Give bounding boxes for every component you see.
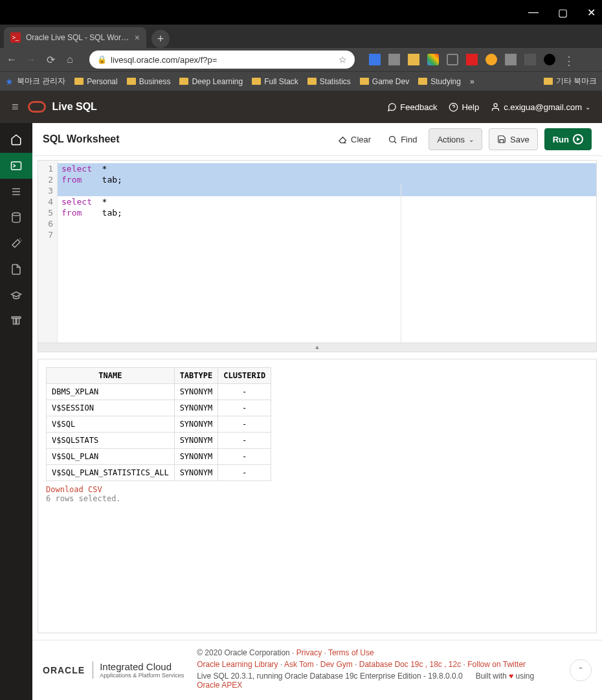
- user-menu[interactable]: c.exigua@gmail.com ⌄: [491, 102, 590, 112]
- column-header: CLUSTERID: [218, 367, 271, 383]
- clear-button[interactable]: Clear: [333, 131, 376, 148]
- sidebar-sessions[interactable]: [0, 179, 32, 205]
- sidebar-tutorials[interactable]: [0, 282, 32, 308]
- footer-link[interactable]: Ask Tom: [284, 660, 314, 669]
- footer-link[interactable]: Oracle Learning Library: [197, 660, 278, 669]
- ext-icon[interactable]: [408, 54, 419, 65]
- window-titlebar: — ▢ ✕: [0, 0, 602, 25]
- ext-icon[interactable]: [466, 54, 478, 65]
- code-line: [58, 229, 596, 240]
- tab-title: Oracle Live SQL - SQL Workshe: [26, 33, 129, 42]
- home-button[interactable]: ⌂: [63, 54, 76, 65]
- sidebar-design[interactable]: [0, 231, 32, 256]
- table-row: V$SQL_PLAN_STATISTICS_ALLSYNONYM-: [47, 464, 271, 480]
- find-button[interactable]: Find: [383, 131, 422, 148]
- footer-link[interactable]: Dev Gym: [320, 660, 353, 669]
- extensions-puzzle-icon[interactable]: [524, 54, 536, 65]
- svg-rect-8: [14, 319, 16, 324]
- code-line: select *: [58, 163, 596, 174]
- code-line: [58, 218, 596, 229]
- feedback-link[interactable]: Feedback: [387, 102, 437, 112]
- bookmark-folder[interactable]: Business: [127, 77, 171, 86]
- bookmark-folder[interactable]: Personal: [74, 77, 117, 86]
- ext-icon[interactable]: [427, 54, 439, 65]
- sql-editor[interactable]: 1234567 select *from tab; select *from t…: [38, 160, 597, 343]
- ext-icon[interactable]: [505, 54, 517, 65]
- apex-link[interactable]: Oracle APEX: [197, 681, 242, 690]
- address-bar[interactable]: 🔒 livesql.oracle.com/apex/f?p= ☆: [89, 51, 355, 69]
- new-tab-button[interactable]: +: [151, 30, 170, 48]
- back-button[interactable]: ←: [5, 54, 18, 65]
- list-icon: [10, 186, 22, 198]
- app-header: ≡ Live SQL Feedback Help c.exigua@gmail.…: [0, 91, 602, 123]
- editor-code[interactable]: select *from tab; select *from tab;: [58, 161, 596, 343]
- tab-close-icon[interactable]: ×: [135, 32, 140, 43]
- code-line: select *: [58, 196, 596, 207]
- scroll-top-button[interactable]: ⌃: [570, 659, 592, 681]
- svg-point-2: [494, 103, 497, 106]
- bookmark-folder[interactable]: Full Stack: [252, 77, 298, 86]
- bookmark-folder[interactable]: Game Dev: [360, 77, 409, 86]
- ext-icon[interactable]: [369, 54, 381, 65]
- editor-gutter: 1234567: [38, 161, 58, 343]
- sidebar-scripts[interactable]: [0, 256, 32, 282]
- hamburger-menu-icon[interactable]: ≡: [12, 100, 19, 114]
- reload-button[interactable]: ⟳: [44, 54, 57, 66]
- profile-avatar-icon[interactable]: [544, 54, 555, 65]
- sidebar-schema[interactable]: [0, 205, 32, 231]
- library-icon: [10, 315, 22, 327]
- svg-point-7: [12, 213, 20, 216]
- page-title: SQL Worksheet: [43, 133, 120, 145]
- ext-icon[interactable]: [485, 54, 497, 65]
- close-window-button[interactable]: ✕: [587, 6, 596, 19]
- results-table: TNAMETABTYPECLUSTERID DBMS_XPLANSYNONYM-…: [46, 367, 271, 481]
- actions-button[interactable]: Actions ⌄: [429, 128, 482, 150]
- cloud-tagline: Integrated Cloud Applications & Platform…: [93, 661, 184, 679]
- bookmark-folder[interactable]: Deep Learning: [179, 77, 243, 86]
- table-row: V$SQL_PLANSYNONYM-: [47, 448, 271, 464]
- maximize-button[interactable]: ▢: [558, 6, 568, 19]
- table-row: V$SQLSYNONYM-: [47, 416, 271, 432]
- bookmarks-overflow[interactable]: »: [470, 77, 474, 86]
- file-icon: [10, 264, 22, 275]
- sidebar-code-library[interactable]: [0, 308, 32, 334]
- svg-line-12: [394, 141, 396, 143]
- extensions: ⋮: [369, 54, 575, 65]
- table-row: V$SESSIONSYNONYM-: [47, 400, 271, 416]
- sidebar-home[interactable]: [0, 127, 32, 153]
- editor-split-border: [401, 183, 401, 343]
- footer-link[interactable]: Follow on Twitter: [467, 660, 526, 669]
- app-title: Live SQL: [52, 101, 97, 113]
- bookmark-folder[interactable]: Studying: [418, 77, 461, 86]
- sidebar-worksheet[interactable]: [0, 153, 32, 179]
- ext-icon[interactable]: [388, 54, 400, 65]
- bookmark-manager[interactable]: ★북마크 관리자: [5, 76, 65, 87]
- user-icon: [491, 102, 500, 112]
- bookmark-other[interactable]: 기타 북마크: [544, 76, 597, 87]
- minimize-button[interactable]: —: [528, 6, 539, 18]
- run-button[interactable]: Run: [544, 128, 592, 150]
- download-csv-link[interactable]: Download CSV: [46, 485, 102, 494]
- lock-icon: 🔒: [97, 55, 107, 64]
- svg-rect-10: [12, 317, 21, 318]
- browser-tab[interactable]: >_ Oracle Live SQL - SQL Workshe ×: [4, 27, 146, 48]
- save-button[interactable]: Save: [489, 128, 538, 150]
- table-row: DBMS_XPLANSYNONYM-: [47, 383, 271, 400]
- browser-menu-icon[interactable]: ⋮: [563, 54, 575, 65]
- bookmark-folder[interactable]: Statistics: [307, 77, 351, 86]
- ext-icon[interactable]: [447, 54, 458, 65]
- chevron-down-icon: ⌄: [469, 136, 474, 143]
- panel-splitter[interactable]: ▲: [38, 343, 597, 352]
- forward-button[interactable]: →: [25, 54, 38, 65]
- help-link[interactable]: Help: [449, 102, 479, 112]
- database-icon: [10, 212, 22, 223]
- privacy-link[interactable]: Privacy: [296, 648, 322, 657]
- footer-link[interactable]: Database Doc 19c , 18c , 12c: [359, 660, 461, 669]
- terms-link[interactable]: Terms of Use: [328, 648, 374, 657]
- heart-icon: ♥: [509, 672, 515, 681]
- url-text: livesql.oracle.com/apex/f?p=: [111, 55, 217, 65]
- home-icon: [10, 134, 22, 146]
- search-icon: [388, 135, 397, 144]
- rows-selected-message: 6 rows selected.: [46, 494, 121, 503]
- bookmark-star-icon[interactable]: ☆: [339, 54, 347, 65]
